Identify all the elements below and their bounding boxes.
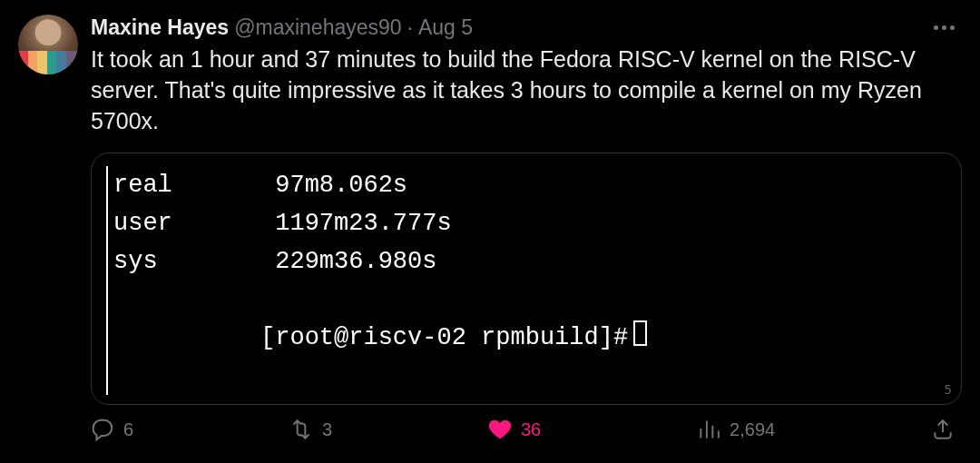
- cursor-icon: [633, 320, 647, 346]
- retweet-count: 3: [322, 419, 332, 440]
- like-button[interactable]: 36: [488, 418, 541, 441]
- avatar[interactable]: [18, 15, 78, 74]
- post-date[interactable]: Aug 5: [418, 15, 473, 40]
- more-menu-button[interactable]: [926, 22, 962, 34]
- image-count-indicator: 5: [945, 382, 952, 397]
- tweet-header: Maxine Hayes @maxinehayes90 · Aug 5: [91, 15, 962, 40]
- retweet-button[interactable]: 3: [289, 418, 332, 441]
- share-button[interactable]: [931, 418, 955, 441]
- terminal-line: sys 229m36.980s: [113, 242, 946, 281]
- retweet-icon: [289, 418, 313, 441]
- display-name[interactable]: Maxine Hayes: [91, 15, 229, 40]
- separator-dot: ·: [407, 15, 413, 40]
- share-icon: [931, 418, 955, 441]
- tweet-text: It took an 1 hour and 37 minutes to buil…: [91, 44, 962, 136]
- handle[interactable]: @maxinehayes90: [234, 15, 401, 40]
- reply-button[interactable]: 6: [91, 418, 133, 441]
- tweet-actions: 6 3 36 2,694: [91, 418, 962, 441]
- like-count: 36: [521, 419, 541, 440]
- terminal-prompt: [root@riscv-02 rpmbuild]#: [113, 281, 946, 395]
- terminal-line: real 97m8.062s: [113, 166, 946, 204]
- views-button[interactable]: 2,694: [697, 418, 775, 441]
- view-count: 2,694: [730, 419, 775, 440]
- terminal-output: real 97m8.062s user 1197m23.777s sys 229…: [106, 166, 946, 395]
- reply-icon: [91, 418, 114, 441]
- tweet: Maxine Hayes @maxinehayes90 · Aug 5 It t…: [0, 0, 980, 450]
- terminal-line: user 1197m23.777s: [113, 204, 946, 242]
- reply-count: 6: [123, 419, 133, 440]
- embedded-image[interactable]: real 97m8.062s user 1197m23.777s sys 229…: [91, 153, 962, 405]
- views-icon: [697, 418, 720, 441]
- tweet-main: Maxine Hayes @maxinehayes90 · Aug 5 It t…: [91, 15, 962, 441]
- heart-icon: [488, 418, 512, 441]
